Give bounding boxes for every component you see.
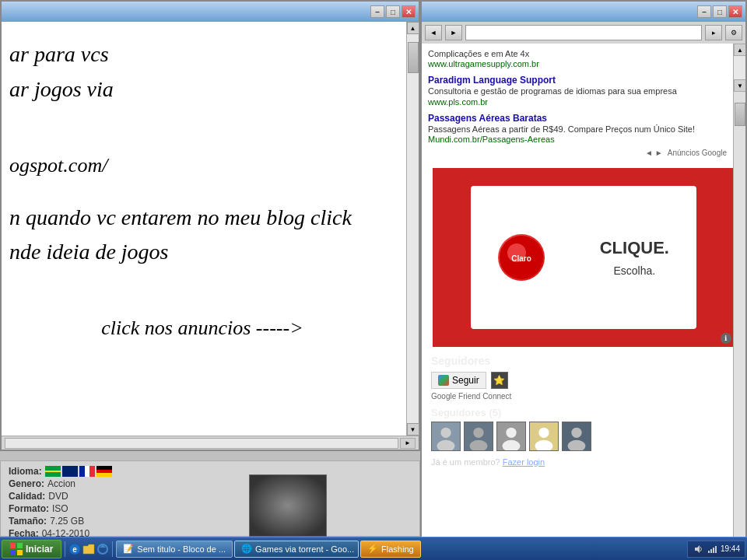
task-flashing[interactable]: ⚡ Flashing (360, 541, 421, 558)
genero-value: Accion (47, 478, 75, 489)
formato-label: Formato: (9, 503, 49, 514)
genero-label: Genero: (9, 478, 44, 489)
svg-marker-26 (695, 545, 700, 553)
claro-info-icon[interactable]: ℹ (721, 333, 731, 344)
nav-play-button[interactable]: ► (445, 25, 462, 40)
svg-point-4 (440, 428, 451, 438)
bottom-scrollbar[interactable] (5, 438, 398, 449)
right-maximize-button[interactable]: □ (713, 5, 727, 18)
ad-2-link[interactable]: Passagens Aéreas Baratas (428, 113, 727, 124)
avatar-2[interactable] (464, 422, 493, 451)
refresh-icon[interactable] (96, 543, 109, 555)
tamano-row: Tamaño: 7.25 GB (9, 516, 412, 527)
nav-right-button[interactable]: ▸ (705, 25, 722, 40)
ad-2-desc: Passagens Aéreas a partir de R$49. Compa… (428, 124, 695, 134)
task-google[interactable]: 🌐 Games via torrent - Goo... (234, 541, 359, 558)
flag-france (79, 466, 95, 477)
task-notepad[interactable]: 📝 Sem titulo - Bloco de ... (116, 541, 233, 558)
folder-icon[interactable] (82, 543, 95, 555)
svg-text:e: e (73, 545, 78, 554)
flag-icons (45, 466, 112, 477)
claro-escolha-text: Escolha. (600, 264, 669, 277)
flag-uk (62, 466, 78, 477)
right-close-button[interactable]: ✕ (728, 5, 742, 18)
tray-speaker-icon[interactable] (693, 544, 703, 555)
start-button[interactable]: Iniciar (2, 540, 61, 558)
avatar-1[interactable] (431, 422, 461, 451)
avatar-3[interactable] (496, 422, 526, 451)
follow-button[interactable]: Seguir (431, 372, 486, 389)
svg-rect-29 (713, 548, 714, 553)
right-scroll-up[interactable]: ▲ (734, 44, 745, 56)
svg-rect-19 (17, 543, 23, 548)
system-clock: 19:44 (721, 544, 740, 553)
svg-point-13 (538, 428, 549, 438)
seg-count-title: Seguidores (5) (431, 407, 736, 418)
gcf-label: Google Friend Connect (431, 392, 736, 401)
scroll-right-btn[interactable]: ► (400, 438, 416, 449)
tamano-value: 7.25 GB (50, 516, 84, 527)
flash-icon: ⚡ (367, 544, 378, 555)
nav-back-button[interactable]: ◄ (425, 25, 442, 40)
ad-0-url: www.ultragamesupply.com.br (428, 59, 539, 68)
left-browser-window: – □ ✕ ar para vcs ar jogos via ogspot.co… (0, 0, 420, 451)
svg-point-10 (506, 428, 516, 438)
tray-network-icon[interactable] (707, 544, 717, 555)
scroll-thumb[interactable] (408, 42, 419, 73)
ad-2-url: Mundi.com.br/Passagens-Aereas (428, 135, 555, 144)
calidad-row: Calidad: DVD (9, 491, 412, 502)
ad-1-desc: Consultoria e gestão de programas de idi… (428, 86, 677, 96)
svg-text:Claro: Claro (511, 254, 531, 263)
claro-inner: Claro CLIQUE. Escolha. (471, 186, 697, 329)
minimize-button[interactable]: – (370, 5, 384, 18)
svg-point-16 (571, 428, 581, 438)
left-bottom-bar: ► (2, 436, 419, 450)
browser-icon: 🌐 (241, 544, 252, 555)
left-scrollbar[interactable]: ▲ ▼ (406, 22, 419, 436)
nav-gear-button[interactable]: ⚙ (725, 25, 742, 40)
avatar-4[interactable] (529, 422, 559, 451)
svg-rect-28 (710, 549, 712, 553)
claro-text-area: CLIQUE. Escolha. (600, 238, 669, 277)
right-title-bar: – □ ✕ (422, 2, 745, 22)
google-icon (438, 375, 449, 386)
seg-member-text: Já é um membro? Fazer login (431, 457, 736, 467)
seguidores-title: Seguidores (431, 355, 736, 367)
ie-icon[interactable]: e (68, 543, 81, 555)
ad-item-2: Passagens Aéreas Baratas Passagens Aérea… (428, 111, 727, 145)
flag-brazil (45, 466, 61, 477)
claro-banner[interactable]: Claro CLIQUE. Escolha. ℹ (433, 168, 735, 347)
thumbnail-content (250, 475, 326, 536)
svg-rect-18 (10, 543, 16, 548)
right-scrollbar[interactable]: ▲ ▼ (733, 44, 745, 543)
blog-line-2: ar jogos via (9, 72, 395, 107)
close-button[interactable]: ✕ (402, 5, 416, 18)
right-minimize-button[interactable]: – (697, 5, 711, 18)
ads-section: Complicações e em Ate 4x www.ultragamesu… (425, 44, 742, 163)
right-scroll-down[interactable]: ▼ (734, 79, 745, 92)
seg-login-link[interactable]: Fazer login (503, 457, 545, 467)
quick-launch-group: e (68, 543, 109, 555)
right-scroll-track[interactable] (734, 56, 745, 79)
url-input[interactable] (465, 25, 702, 40)
scroll-track[interactable] (407, 34, 419, 423)
blog-line-1: ar para vcs (9, 37, 395, 72)
blog-line-4: n quando vc entarem no meu blog click (9, 201, 395, 236)
idioma-row: Idioma: (9, 466, 412, 477)
maximize-button[interactable]: □ (386, 5, 400, 18)
scroll-up-arrow[interactable]: ▲ (407, 22, 419, 34)
scroll-down-arrow[interactable]: ▼ (407, 423, 419, 436)
right-browser-window: – □ ✕ ◄ ► ▸ ⚙ Complicações e em Ate 4x w… (420, 0, 747, 544)
follow-area: Seguir ⭐ (431, 372, 736, 389)
taskbar-divider-2 (112, 541, 113, 557)
ad-1-link[interactable]: Paradigm Language Support (428, 75, 727, 86)
windows-logo-icon (10, 543, 23, 555)
formato-value: ISO (52, 503, 68, 514)
ad-0-desc: Complicações e em Ate 4x (428, 49, 529, 58)
calidad-label: Calidad: (9, 491, 45, 502)
left-content-area: ar para vcs ar jogos via ogspot.com/ n q… (2, 22, 419, 436)
avatar-5[interactable] (562, 422, 591, 451)
right-scroll-thumb[interactable] (735, 103, 745, 126)
blog-line-6[interactable]: click nos anuncios -----> (9, 317, 395, 340)
svg-rect-30 (715, 546, 717, 553)
